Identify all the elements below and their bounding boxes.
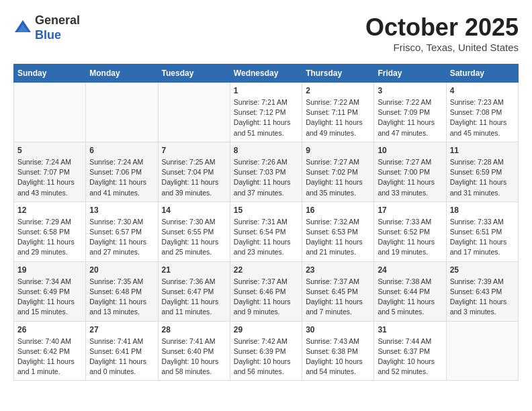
day-info: Sunrise: 7:41 AM Sunset: 6:41 PM Dayligh… (89, 336, 154, 377)
calendar-cell: 16Sunrise: 7:32 AM Sunset: 6:53 PM Dayli… (302, 201, 374, 261)
weekday-header: Sunday (14, 64, 86, 83)
day-number: 25 (450, 265, 515, 275)
weekday-header-row: SundayMondayTuesdayWednesdayThursdayFrid… (14, 64, 519, 83)
weekday-header: Friday (374, 64, 446, 83)
day-number: 1 (234, 86, 298, 95)
calendar-cell: 3Sunrise: 7:22 AM Sunset: 7:09 PM Daylig… (374, 83, 446, 142)
day-number: 18 (450, 205, 515, 215)
month-title: October 2025 (365, 13, 519, 42)
logo-blue: Blue (35, 28, 61, 42)
day-number: 17 (378, 205, 442, 215)
day-info: Sunrise: 7:24 AM Sunset: 7:06 PM Dayligh… (89, 157, 154, 198)
calendar-cell: 15Sunrise: 7:31 AM Sunset: 6:54 PM Dayli… (230, 201, 302, 261)
day-info: Sunrise: 7:27 AM Sunset: 7:02 PM Dayligh… (306, 157, 370, 198)
day-number: 27 (89, 325, 154, 334)
calendar-week-row: 26Sunrise: 7:40 AM Sunset: 6:42 PM Dayli… (14, 321, 519, 381)
calendar-cell: 27Sunrise: 7:41 AM Sunset: 6:41 PM Dayli… (86, 321, 158, 381)
day-info: Sunrise: 7:42 AM Sunset: 6:39 PM Dayligh… (234, 336, 298, 377)
day-number: 31 (378, 325, 442, 334)
day-number: 16 (306, 205, 370, 215)
day-number: 7 (162, 146, 226, 155)
calendar-cell: 8Sunrise: 7:26 AM Sunset: 7:03 PM Daylig… (230, 142, 302, 201)
day-info: Sunrise: 7:30 AM Sunset: 6:57 PM Dayligh… (89, 217, 154, 258)
day-number: 6 (89, 146, 154, 155)
day-info: Sunrise: 7:40 AM Sunset: 6:42 PM Dayligh… (17, 336, 82, 377)
day-info: Sunrise: 7:29 AM Sunset: 6:58 PM Dayligh… (17, 217, 82, 258)
day-info: Sunrise: 7:25 AM Sunset: 7:04 PM Dayligh… (162, 157, 226, 198)
logo-general: General (35, 13, 80, 27)
day-info: Sunrise: 7:31 AM Sunset: 6:54 PM Dayligh… (234, 217, 298, 258)
day-number: 24 (378, 265, 442, 275)
day-info: Sunrise: 7:41 AM Sunset: 6:40 PM Dayligh… (162, 336, 226, 377)
calendar-cell: 6Sunrise: 7:24 AM Sunset: 7:06 PM Daylig… (86, 142, 158, 201)
calendar-cell: 7Sunrise: 7:25 AM Sunset: 7:04 PM Daylig… (158, 142, 230, 201)
day-info: Sunrise: 7:22 AM Sunset: 7:11 PM Dayligh… (306, 97, 370, 138)
day-number: 28 (162, 325, 226, 334)
calendar-cell: 11Sunrise: 7:28 AM Sunset: 6:59 PM Dayli… (446, 142, 518, 201)
day-number: 20 (89, 265, 154, 275)
calendar-cell (14, 83, 86, 142)
day-number: 3 (378, 86, 442, 95)
logo: General Blue (13, 13, 80, 42)
calendar-cell: 17Sunrise: 7:33 AM Sunset: 6:52 PM Dayli… (374, 201, 446, 261)
day-info: Sunrise: 7:30 AM Sunset: 6:55 PM Dayligh… (162, 217, 226, 258)
page-header: General Blue October 2025 Frisco, Texas,… (13, 13, 519, 53)
calendar-cell: 20Sunrise: 7:35 AM Sunset: 6:48 PM Dayli… (86, 261, 158, 321)
title-block: October 2025 Frisco, Texas, United State… (365, 13, 519, 53)
calendar-cell: 29Sunrise: 7:42 AM Sunset: 6:39 PM Dayli… (230, 321, 302, 381)
location: Frisco, Texas, United States (365, 42, 519, 53)
day-info: Sunrise: 7:39 AM Sunset: 6:43 PM Dayligh… (450, 277, 515, 318)
calendar-cell: 5Sunrise: 7:24 AM Sunset: 7:07 PM Daylig… (14, 142, 86, 201)
day-number: 4 (450, 86, 515, 95)
day-number: 5 (17, 146, 82, 155)
day-number: 2 (306, 86, 370, 95)
calendar-cell (86, 83, 158, 142)
weekday-header: Saturday (446, 64, 518, 83)
logo-icon (13, 19, 32, 38)
calendar-cell: 24Sunrise: 7:38 AM Sunset: 6:44 PM Dayli… (374, 261, 446, 321)
day-number: 11 (450, 146, 515, 155)
calendar-cell (158, 83, 230, 142)
day-info: Sunrise: 7:44 AM Sunset: 6:37 PM Dayligh… (378, 336, 442, 377)
day-info: Sunrise: 7:38 AM Sunset: 6:44 PM Dayligh… (378, 277, 442, 318)
day-number: 26 (17, 325, 82, 334)
day-info: Sunrise: 7:34 AM Sunset: 6:49 PM Dayligh… (17, 277, 82, 318)
day-number: 12 (17, 205, 82, 215)
calendar-cell: 4Sunrise: 7:23 AM Sunset: 7:08 PM Daylig… (446, 83, 518, 142)
day-info: Sunrise: 7:24 AM Sunset: 7:07 PM Dayligh… (17, 157, 82, 198)
day-info: Sunrise: 7:26 AM Sunset: 7:03 PM Dayligh… (234, 157, 298, 198)
day-number: 8 (234, 146, 298, 155)
day-info: Sunrise: 7:36 AM Sunset: 6:47 PM Dayligh… (162, 277, 226, 318)
day-number: 29 (234, 325, 298, 334)
calendar-cell: 13Sunrise: 7:30 AM Sunset: 6:57 PM Dayli… (86, 201, 158, 261)
day-info: Sunrise: 7:37 AM Sunset: 6:45 PM Dayligh… (306, 277, 370, 318)
calendar-week-row: 19Sunrise: 7:34 AM Sunset: 6:49 PM Dayli… (14, 261, 519, 321)
weekday-header: Monday (86, 64, 158, 83)
calendar-cell: 12Sunrise: 7:29 AM Sunset: 6:58 PM Dayli… (14, 201, 86, 261)
weekday-header: Tuesday (158, 64, 230, 83)
day-info: Sunrise: 7:28 AM Sunset: 6:59 PM Dayligh… (450, 157, 515, 198)
calendar-cell (446, 321, 518, 381)
day-info: Sunrise: 7:23 AM Sunset: 7:08 PM Dayligh… (450, 97, 515, 138)
day-number: 23 (306, 265, 370, 275)
day-info: Sunrise: 7:33 AM Sunset: 6:52 PM Dayligh… (378, 217, 442, 258)
day-number: 15 (234, 205, 298, 215)
calendar-week-row: 5Sunrise: 7:24 AM Sunset: 7:07 PM Daylig… (14, 142, 519, 201)
calendar-cell: 25Sunrise: 7:39 AM Sunset: 6:43 PM Dayli… (446, 261, 518, 321)
day-number: 22 (234, 265, 298, 275)
calendar-cell: 31Sunrise: 7:44 AM Sunset: 6:37 PM Dayli… (374, 321, 446, 381)
day-number: 9 (306, 146, 370, 155)
day-info: Sunrise: 7:22 AM Sunset: 7:09 PM Dayligh… (378, 97, 442, 138)
calendar-cell: 26Sunrise: 7:40 AM Sunset: 6:42 PM Dayli… (14, 321, 86, 381)
calendar-cell: 22Sunrise: 7:37 AM Sunset: 6:46 PM Dayli… (230, 261, 302, 321)
weekday-header: Wednesday (230, 64, 302, 83)
calendar-cell: 2Sunrise: 7:22 AM Sunset: 7:11 PM Daylig… (302, 83, 374, 142)
calendar-cell: 14Sunrise: 7:30 AM Sunset: 6:55 PM Dayli… (158, 201, 230, 261)
day-number: 14 (162, 205, 226, 215)
calendar-cell: 1Sunrise: 7:21 AM Sunset: 7:12 PM Daylig… (230, 83, 302, 142)
day-number: 13 (89, 205, 154, 215)
calendar-cell: 21Sunrise: 7:36 AM Sunset: 6:47 PM Dayli… (158, 261, 230, 321)
day-number: 10 (378, 146, 442, 155)
day-info: Sunrise: 7:33 AM Sunset: 6:51 PM Dayligh… (450, 217, 515, 258)
day-info: Sunrise: 7:43 AM Sunset: 6:38 PM Dayligh… (306, 336, 370, 377)
